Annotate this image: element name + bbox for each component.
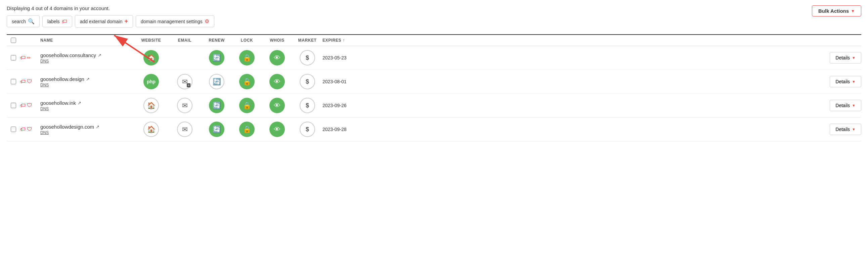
expires-1: 2023-05-23 [322,55,347,61]
plus-icon: + [125,18,128,25]
col-header-market: MARKET [292,38,322,43]
tag-icon: 🏷 [20,126,26,132]
dropdown-arrow-icon: ▼ [851,9,855,13]
lock-btn-3[interactable]: 🔒 [239,98,255,113]
expires-2: 2023-08-01 [322,79,347,84]
renew-btn-1[interactable]: 🔄 [209,50,224,66]
row-checkbox-2[interactable] [11,79,16,84]
shield-icon: 🛡 [27,126,32,132]
expires-4: 2023-09-28 [322,127,347,132]
whois-btn-3[interactable]: 👁 [270,98,285,113]
email-btn-2[interactable]: ✉ ≡ [177,74,192,89]
website-btn-3[interactable]: 🏠 [144,98,159,113]
whois-btn-2[interactable]: 👁 [270,74,285,89]
row-checkbox-3[interactable] [11,103,16,108]
label-icon: 🏷 [62,19,67,25]
table-row: 🏷 ✏ goosehollow.consultancy ↗ DNS 🏠 🔄 🔒 … [7,46,861,70]
lock-btn-1[interactable]: 🔒 [239,50,255,66]
market-btn-2[interactable]: $ [300,74,315,89]
bulk-actions-label: Bulk Actions [818,8,849,14]
details-arrow-icon-3: ▼ [852,103,856,107]
external-link-icon: ↗ [78,100,81,105]
toolbar: search 🔍 labels 🏷 add external domain + … [7,15,214,28]
domain-name-link-3[interactable]: goosehollow.ink ↗ [40,100,134,106]
search-label: search [12,19,26,24]
display-info: Displaying 4 out of 4 domains in your ac… [7,5,214,11]
tag-icon: 🏷 [20,55,26,61]
expires-3: 2023-09-26 [322,103,347,108]
details-label-2: Details [835,79,850,84]
table-row: 🏷 🛡 goosehollow.design ↗ DNS php ✉ ≡ 🔄 🔒… [7,70,861,94]
col-header-expires: EXPIRES ↑ [322,38,370,43]
col-header-name: NAME [40,38,134,43]
tag-icon: 🏷 [20,78,26,85]
details-arrow-icon-4: ▼ [852,127,856,131]
email-btn-4[interactable]: ✉ [177,122,192,137]
details-btn-4[interactable]: Details ▼ [830,124,861,135]
bulk-actions-button[interactable]: Bulk Actions ▼ [812,5,861,16]
market-btn-4[interactable]: $ [300,122,315,137]
col-header-whois: WHOIS [262,38,292,43]
website-btn-2[interactable]: php [144,74,159,89]
details-label-1: Details [835,55,850,61]
select-all-checkbox[interactable] [11,38,16,43]
col-header-email: EMAIL [168,38,202,43]
domain-name-link-2[interactable]: goosehollow.design ↗ [40,76,134,82]
settings-label: domain management settings [141,19,203,24]
details-arrow-icon-1: ▼ [852,56,856,60]
domain-settings-button[interactable]: domain management settings ⚙ [136,15,214,27]
shield-icon: 🛡 [27,78,32,85]
add-external-label: add external domain [80,19,123,24]
market-btn-1[interactable]: $ [300,50,315,66]
whois-btn-1[interactable]: 👁 [270,50,285,66]
details-label-4: Details [835,127,850,132]
tag-icon: 🏷 [20,102,26,108]
search-button[interactable]: search 🔍 [7,15,40,27]
gear-icon: ⚙ [205,18,209,25]
row-checkbox-4[interactable] [11,127,16,132]
email-btn-3[interactable]: ✉ [177,98,192,113]
lock-btn-4[interactable]: 🔒 [239,122,255,137]
external-link-icon: ↗ [86,76,90,81]
col-header-renew: RENEW [202,38,232,43]
external-link-icon: ↗ [96,124,99,129]
website-btn-4[interactable]: 🏠 [144,122,159,137]
renew-btn-4[interactable]: 🔄 [209,122,224,137]
details-arrow-icon-2: ▼ [852,79,856,84]
table-row: 🏷 🛡 goosehollow.ink ↗ DNS 🏠 ✉ 🔄 🔒 👁 $ 20… [7,94,861,118]
domain-name-link-1[interactable]: goosehollow.consultancy ↗ [40,53,134,58]
col-header-lock: LOCK [232,38,262,43]
dns-link-3[interactable]: DNS [40,106,134,111]
dns-link-4[interactable]: DNS [40,130,134,135]
col-header-website: WEBSITE [134,38,168,43]
dns-link-2[interactable]: DNS [40,82,134,87]
details-btn-1[interactable]: Details ▼ [830,52,861,64]
website-btn-1[interactable]: 🏠 [144,50,159,66]
add-external-button[interactable]: add external domain + [75,15,133,28]
labels-button[interactable]: labels 🏷 [42,16,72,27]
pencil-icon: ✏ [27,55,31,61]
shield-icon: 🛡 [27,102,32,108]
details-label-3: Details [835,103,850,108]
search-icon: 🔍 [28,18,35,25]
dns-link-1[interactable]: DNS [40,59,134,64]
table-row: 🏷 🛡 goosehollowdesign.com ↗ DNS 🏠 ✉ 🔄 🔒 … [7,118,861,141]
market-btn-3[interactable]: $ [300,98,315,113]
table-header: NAME WEBSITE EMAIL RENEW LOCK WHOIS MARK… [7,34,861,46]
email-badge: ≡ [187,83,190,87]
renew-btn-2[interactable]: 🔄 [209,74,224,89]
domain-name-4: goosehollowdesign.com [40,124,94,130]
domain-name-2: goosehollow.design [40,76,84,82]
labels-label: labels [48,19,60,24]
domain-name-1: goosehollow.consultancy [40,53,96,58]
details-btn-2[interactable]: Details ▼ [830,76,861,87]
renew-btn-3[interactable]: 🔄 [209,98,224,113]
domain-name-3: goosehollow.ink [40,100,76,106]
domain-name-link-4[interactable]: goosehollowdesign.com ↗ [40,124,134,130]
details-btn-3[interactable]: Details ▼ [830,100,861,111]
row-checkbox-1[interactable] [11,55,16,61]
lock-btn-2[interactable]: 🔒 [239,74,255,89]
external-link-icon: ↗ [98,53,101,58]
whois-btn-4[interactable]: 👁 [270,122,285,137]
